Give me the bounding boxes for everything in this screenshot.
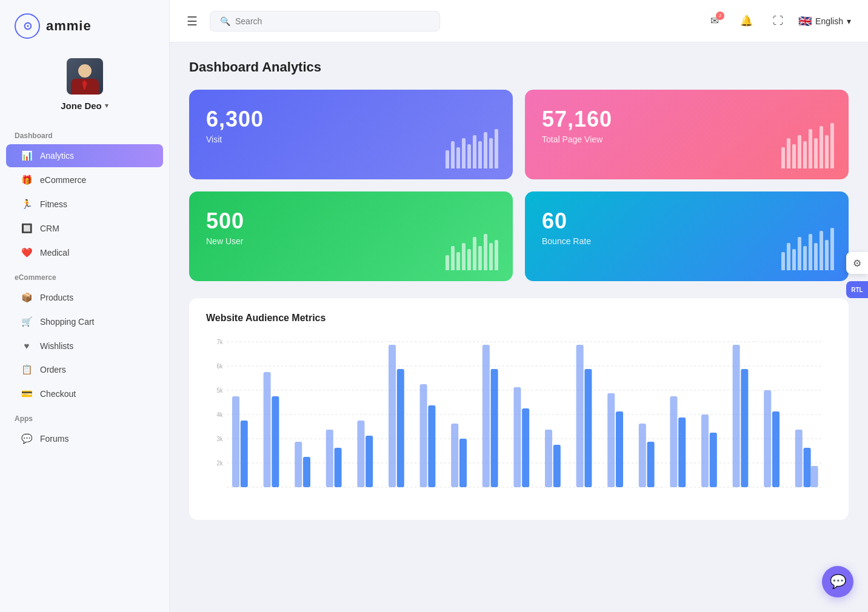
svg-rect-40 xyxy=(647,442,655,487)
svg-rect-26 xyxy=(428,405,435,487)
section-label-apps: Apps xyxy=(0,406,169,427)
svg-rect-36 xyxy=(584,369,592,487)
svg-rect-44 xyxy=(710,433,717,487)
search-icon: 🔍 xyxy=(220,16,230,26)
language-label: English xyxy=(815,16,843,26)
user-name[interactable]: Jone Deo ▾ xyxy=(61,101,109,111)
settings-icon: ⚙ xyxy=(853,258,861,269)
metric-chart-bounce xyxy=(781,228,834,270)
svg-rect-13 xyxy=(232,396,239,487)
wishlists-icon: ♥ xyxy=(21,341,33,351)
language-chevron: ▾ xyxy=(847,16,851,26)
sidebar-item-ecommerce[interactable]: 🎁 eCommerce xyxy=(6,168,163,191)
sidebar-item-products[interactable]: 📦 Products xyxy=(6,286,163,309)
svg-rect-39 xyxy=(639,424,646,487)
sidebar-item-label: Orders xyxy=(40,365,66,374)
metric-chart-visit xyxy=(446,129,498,168)
svg-rect-17 xyxy=(295,442,302,487)
metric-value-visit: 6,300 xyxy=(206,107,496,132)
sidebar-item-fitness[interactable]: 🏃 Fitness xyxy=(6,193,163,216)
svg-text:5k: 5k xyxy=(217,387,224,394)
svg-rect-32 xyxy=(522,408,529,487)
svg-rect-47 xyxy=(764,390,771,487)
metric-card-visit: 6,300 Visit xyxy=(189,90,513,179)
products-icon: 📦 xyxy=(21,292,33,303)
crm-icon: 🔲 xyxy=(21,223,33,234)
chart-area: 7k 6k 5k 4k 3k 2k xyxy=(206,336,832,505)
svg-rect-45 xyxy=(733,345,740,487)
svg-rect-22 xyxy=(366,436,373,487)
sidebar-item-label: Fitness xyxy=(40,199,67,209)
svg-rect-21 xyxy=(357,421,364,487)
logo[interactable]: ⊙ ammie xyxy=(0,0,169,50)
svg-rect-38 xyxy=(616,411,623,487)
svg-text:7k: 7k xyxy=(217,338,224,345)
svg-text:4k: 4k xyxy=(217,411,224,418)
search-bar[interactable]: 🔍 xyxy=(210,11,440,32)
svg-rect-43 xyxy=(701,414,709,487)
svg-rect-37 xyxy=(607,393,615,487)
fullscreen-button[interactable]: ⛶ xyxy=(767,10,789,32)
svg-rect-15 xyxy=(264,372,271,487)
svg-rect-25 xyxy=(420,384,427,487)
logo-icon: ⊙ xyxy=(15,13,40,39)
forums-icon: 💬 xyxy=(21,433,33,444)
svg-rect-33 xyxy=(545,430,552,487)
language-selector[interactable]: 🇬🇧 English ▾ xyxy=(798,15,851,28)
settings-fab[interactable]: ⚙ xyxy=(846,252,868,274)
hamburger-menu[interactable]: ☰ xyxy=(187,14,198,28)
section-label-dashboard: Dashboard xyxy=(0,123,169,144)
sidebar-item-label: Shopping Cart xyxy=(40,317,95,327)
metrics-grid: 6,300 Visit 5 xyxy=(189,90,849,281)
sidebar-item-label: Wishlists xyxy=(40,341,73,351)
svg-rect-20 xyxy=(335,448,342,487)
sidebar-item-medical[interactable]: ❤️ Medical xyxy=(6,241,163,264)
medical-icon: ❤️ xyxy=(21,247,33,258)
sidebar-item-shopping-cart[interactable]: 🛒 Shopping Cart xyxy=(6,310,163,333)
page-content: Dashboard Analytics 6,300 Visit xyxy=(170,42,868,612)
rtl-fab[interactable]: RTL xyxy=(846,281,868,298)
analytics-icon: 📊 xyxy=(21,150,33,161)
sidebar-item-label: CRM xyxy=(40,224,59,233)
svg-rect-16 xyxy=(272,396,279,487)
svg-rect-34 xyxy=(553,445,561,487)
metric-chart-newuser xyxy=(446,234,498,270)
svg-rect-42 xyxy=(678,417,686,487)
svg-rect-14 xyxy=(241,421,248,487)
sidebar-item-checkout[interactable]: 💳 Checkout xyxy=(6,382,163,405)
chart-section: Website Audience Metrics 7k 6k 5k 4k xyxy=(189,298,849,520)
chart-title: Website Audience Metrics xyxy=(206,313,832,324)
sidebar-item-analytics[interactable]: 📊 Analytics xyxy=(6,144,163,167)
sidebar-item-label: Checkout xyxy=(40,389,76,399)
logo-text: ammie xyxy=(46,18,92,34)
svg-rect-50 xyxy=(804,448,811,487)
chat-fab[interactable]: 💬 xyxy=(822,566,853,597)
sidebar-item-crm[interactable]: 🔲 CRM xyxy=(6,217,163,240)
section-label-ecommerce: eCommerce xyxy=(0,265,169,285)
svg-rect-48 xyxy=(772,411,780,487)
notification-button[interactable]: 🔔 xyxy=(735,10,757,32)
svg-rect-31 xyxy=(513,387,521,487)
sidebar-item-wishlists[interactable]: ♥ Wishlists xyxy=(6,334,163,357)
metric-chart-pageview xyxy=(781,123,834,168)
sidebar-item-label: Products xyxy=(40,293,73,302)
topbar: ☰ 🔍 ✉ 2 🔔 ⛶ 🇬🇧 English ▾ xyxy=(170,0,868,42)
sidebar-item-orders[interactable]: 📋 Orders xyxy=(6,358,163,381)
svg-text:2k: 2k xyxy=(217,459,224,467)
sidebar-item-label: Medical xyxy=(40,248,69,258)
svg-rect-27 xyxy=(451,424,458,487)
svg-rect-23 xyxy=(389,345,396,487)
avatar xyxy=(67,58,103,95)
svg-rect-28 xyxy=(459,439,467,487)
search-input[interactable] xyxy=(235,16,430,26)
sidebar-item-forums[interactable]: 💬 Forums xyxy=(6,427,163,450)
ecommerce-icon: 🎁 xyxy=(21,175,33,185)
svg-rect-18 xyxy=(303,457,310,487)
svg-rect-49 xyxy=(795,430,803,487)
sidebar-item-label: Forums xyxy=(40,434,68,444)
chart-svg: 7k 6k 5k 4k 3k 2k xyxy=(206,336,832,505)
main-content: ☰ 🔍 ✉ 2 🔔 ⛶ 🇬🇧 English ▾ Dashboard Analy… xyxy=(170,0,868,612)
mail-button[interactable]: ✉ 2 xyxy=(704,10,726,32)
topbar-actions: ✉ 2 🔔 ⛶ 🇬🇧 English ▾ xyxy=(704,10,851,32)
user-profile[interactable]: Jone Deo ▾ xyxy=(0,50,169,123)
